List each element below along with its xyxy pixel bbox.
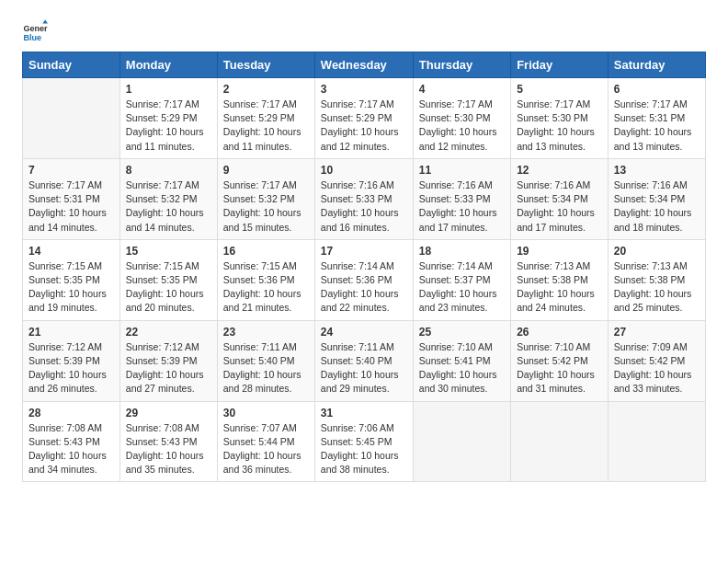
day-number: 31: [321, 407, 407, 419]
svg-text:Blue: Blue: [23, 33, 41, 42]
day-number: 27: [614, 326, 700, 339]
day-info: Sunrise: 7:17 AM Sunset: 5:31 PM Dayligh…: [28, 178, 114, 235]
day-info: Sunrise: 7:16 AM Sunset: 5:34 PM Dayligh…: [614, 178, 700, 235]
day-number: 7: [28, 164, 114, 177]
calendar-cell: 7Sunrise: 7:17 AM Sunset: 5:31 PM Daylig…: [23, 158, 120, 239]
calendar-cell: 27Sunrise: 7:09 AM Sunset: 5:42 PM Dayli…: [608, 320, 705, 401]
calendar-cell: 6Sunrise: 7:17 AM Sunset: 5:31 PM Daylig…: [608, 78, 705, 159]
calendar-cell: 26Sunrise: 7:10 AM Sunset: 5:42 PM Dayli…: [511, 320, 609, 401]
calendar-cell: 17Sunrise: 7:14 AM Sunset: 5:36 PM Dayli…: [314, 239, 413, 320]
day-info: Sunrise: 7:12 AM Sunset: 5:39 PM Dayligh…: [126, 340, 211, 396]
day-number: 30: [223, 407, 309, 419]
day-number: 6: [614, 83, 700, 96]
calendar-cell: 23Sunrise: 7:11 AM Sunset: 5:40 PM Dayli…: [217, 320, 314, 401]
day-info: Sunrise: 7:08 AM Sunset: 5:43 PM Dayligh…: [126, 421, 211, 477]
day-info: Sunrise: 7:17 AM Sunset: 5:29 PM Dayligh…: [223, 98, 309, 154]
calendar-cell: 8Sunrise: 7:17 AM Sunset: 5:32 PM Daylig…: [119, 158, 217, 239]
day-number: 28: [28, 407, 114, 419]
calendar-cell: 30Sunrise: 7:07 AM Sunset: 5:44 PM Dayli…: [217, 401, 314, 482]
calendar-week-row: 1Sunrise: 7:17 AM Sunset: 5:29 PM Daylig…: [23, 78, 706, 159]
day-info: Sunrise: 7:17 AM Sunset: 5:32 PM Dayligh…: [223, 178, 309, 235]
calendar-cell: 31Sunrise: 7:06 AM Sunset: 5:45 PM Dayli…: [314, 401, 413, 482]
day-info: Sunrise: 7:10 AM Sunset: 5:42 PM Dayligh…: [517, 340, 602, 396]
day-number: 3: [321, 83, 407, 96]
calendar-week-row: 14Sunrise: 7:15 AM Sunset: 5:35 PM Dayli…: [23, 239, 706, 320]
day-info: Sunrise: 7:12 AM Sunset: 5:39 PM Dayligh…: [28, 340, 114, 396]
calendar-cell: 25Sunrise: 7:10 AM Sunset: 5:41 PM Dayli…: [413, 320, 510, 401]
day-info: Sunrise: 7:15 AM Sunset: 5:35 PM Dayligh…: [126, 259, 211, 316]
day-info: Sunrise: 7:09 AM Sunset: 5:42 PM Dayligh…: [614, 340, 700, 396]
day-number: 12: [517, 164, 602, 177]
calendar-cell: 22Sunrise: 7:12 AM Sunset: 5:39 PM Dayli…: [119, 320, 217, 401]
day-info: Sunrise: 7:11 AM Sunset: 5:40 PM Dayligh…: [223, 340, 309, 396]
day-info: Sunrise: 7:08 AM Sunset: 5:43 PM Dayligh…: [28, 421, 114, 477]
day-number: 26: [517, 326, 602, 339]
calendar-header-monday: Monday: [119, 52, 217, 78]
day-info: Sunrise: 7:17 AM Sunset: 5:29 PM Dayligh…: [321, 98, 407, 154]
calendar-cell: 11Sunrise: 7:16 AM Sunset: 5:33 PM Dayli…: [413, 158, 510, 239]
calendar-cell: 16Sunrise: 7:15 AM Sunset: 5:36 PM Dayli…: [217, 239, 314, 320]
calendar-cell: 24Sunrise: 7:11 AM Sunset: 5:40 PM Dayli…: [314, 320, 413, 401]
day-number: 29: [126, 407, 211, 419]
calendar-cell: 15Sunrise: 7:15 AM Sunset: 5:35 PM Dayli…: [119, 239, 217, 320]
day-number: 21: [28, 326, 114, 339]
page-header: General Blue: [22, 18, 706, 44]
day-number: 22: [126, 326, 211, 339]
day-info: Sunrise: 7:17 AM Sunset: 5:32 PM Dayligh…: [126, 178, 211, 235]
svg-text:General: General: [23, 24, 48, 33]
calendar-cell: 2Sunrise: 7:17 AM Sunset: 5:29 PM Daylig…: [217, 78, 314, 159]
svg-marker-2: [42, 19, 48, 23]
day-info: Sunrise: 7:15 AM Sunset: 5:36 PM Dayligh…: [223, 259, 309, 316]
day-number: 23: [223, 326, 309, 339]
day-number: 24: [321, 326, 407, 339]
day-number: 15: [126, 245, 211, 258]
calendar-week-row: 7Sunrise: 7:17 AM Sunset: 5:31 PM Daylig…: [23, 158, 706, 239]
day-number: 16: [223, 245, 309, 258]
day-number: 8: [126, 164, 211, 177]
calendar-table: SundayMondayTuesdayWednesdayThursdayFrid…: [22, 52, 706, 482]
calendar-cell: 4Sunrise: 7:17 AM Sunset: 5:30 PM Daylig…: [413, 78, 510, 159]
day-number: 20: [614, 245, 700, 258]
day-info: Sunrise: 7:15 AM Sunset: 5:35 PM Dayligh…: [28, 259, 114, 316]
calendar-cell: 13Sunrise: 7:16 AM Sunset: 5:34 PM Dayli…: [608, 158, 705, 239]
day-info: Sunrise: 7:07 AM Sunset: 5:44 PM Dayligh…: [223, 421, 309, 477]
calendar-cell: [608, 401, 705, 482]
calendar-header-saturday: Saturday: [608, 52, 705, 78]
day-info: Sunrise: 7:14 AM Sunset: 5:37 PM Dayligh…: [419, 259, 505, 316]
day-info: Sunrise: 7:17 AM Sunset: 5:29 PM Dayligh…: [126, 98, 211, 154]
calendar-header-sunday: Sunday: [23, 52, 120, 78]
day-info: Sunrise: 7:17 AM Sunset: 5:30 PM Dayligh…: [517, 98, 602, 154]
day-number: 13: [614, 164, 700, 177]
day-number: 2: [223, 83, 309, 96]
day-number: 18: [419, 245, 505, 258]
calendar-header-wednesday: Wednesday: [314, 52, 413, 78]
day-info: Sunrise: 7:11 AM Sunset: 5:40 PM Dayligh…: [321, 340, 407, 396]
calendar-cell: 28Sunrise: 7:08 AM Sunset: 5:43 PM Dayli…: [23, 401, 120, 482]
calendar-cell: 29Sunrise: 7:08 AM Sunset: 5:43 PM Dayli…: [119, 401, 217, 482]
calendar-cell: [413, 401, 510, 482]
calendar-week-row: 28Sunrise: 7:08 AM Sunset: 5:43 PM Dayli…: [23, 401, 706, 482]
day-number: 9: [223, 164, 309, 177]
day-info: Sunrise: 7:16 AM Sunset: 5:33 PM Dayligh…: [321, 178, 407, 235]
day-info: Sunrise: 7:16 AM Sunset: 5:33 PM Dayligh…: [419, 178, 505, 235]
day-info: Sunrise: 7:13 AM Sunset: 5:38 PM Dayligh…: [614, 259, 700, 316]
day-number: 1: [126, 83, 211, 96]
calendar-cell: 9Sunrise: 7:17 AM Sunset: 5:32 PM Daylig…: [217, 158, 314, 239]
calendar-cell: 19Sunrise: 7:13 AM Sunset: 5:38 PM Dayli…: [511, 239, 609, 320]
calendar-cell: 5Sunrise: 7:17 AM Sunset: 5:30 PM Daylig…: [511, 78, 609, 159]
day-number: 25: [419, 326, 505, 339]
day-info: Sunrise: 7:17 AM Sunset: 5:31 PM Dayligh…: [614, 98, 700, 154]
calendar-cell: 1Sunrise: 7:17 AM Sunset: 5:29 PM Daylig…: [119, 78, 217, 159]
day-info: Sunrise: 7:06 AM Sunset: 5:45 PM Dayligh…: [321, 421, 407, 477]
calendar-cell: [23, 78, 120, 159]
day-number: 19: [517, 245, 602, 258]
day-number: 5: [517, 83, 602, 96]
day-number: 14: [28, 245, 114, 258]
day-number: 10: [321, 164, 407, 177]
logo: General Blue: [22, 18, 48, 44]
logo-icon: General Blue: [22, 18, 48, 44]
calendar-header-tuesday: Tuesday: [217, 52, 314, 78]
day-number: 4: [419, 83, 505, 96]
day-info: Sunrise: 7:16 AM Sunset: 5:34 PM Dayligh…: [517, 178, 602, 235]
day-info: Sunrise: 7:17 AM Sunset: 5:30 PM Dayligh…: [419, 98, 505, 154]
